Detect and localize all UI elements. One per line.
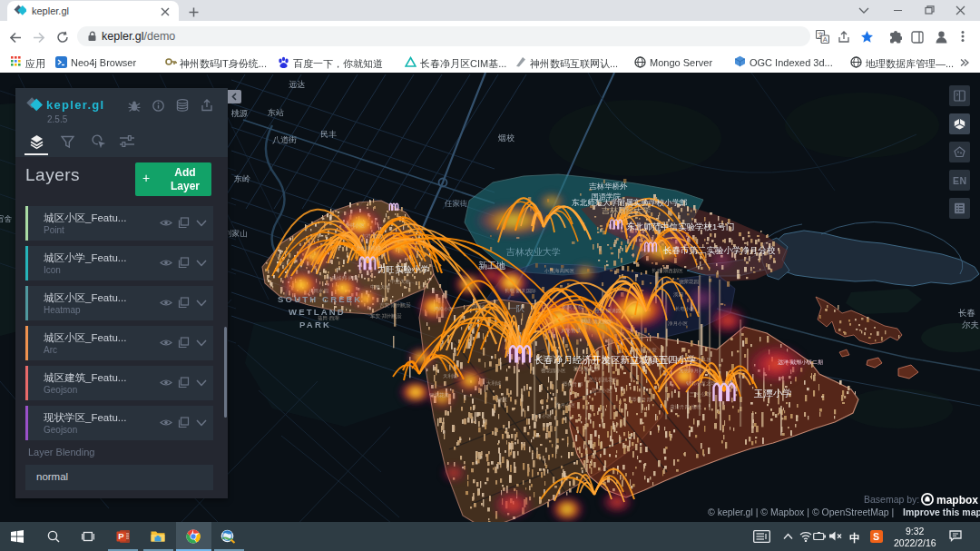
svg-text:PARK: PARK	[299, 320, 331, 330]
svg-text:宿舍: 宿舍	[0, 214, 13, 223]
svg-text:P: P	[118, 531, 124, 541]
svg-text:净月潭月潭小区HOTEL区: 净月潭月潭小区HOTEL区	[655, 357, 712, 363]
svg-text:一队: 一队	[508, 304, 524, 313]
svg-text:谭铸丹郡: 谭铸丹郡	[631, 397, 652, 403]
svg-text:德荣花园: 德荣花园	[679, 279, 699, 285]
svg-text:明注·长阳: 明注·长阳	[483, 264, 505, 271]
svg-text:谭锦丹郡: 谭锦丹郡	[562, 381, 583, 388]
svg-text:mapbox: mapbox	[936, 494, 978, 507]
svg-text:烟校: 烟校	[497, 133, 514, 143]
svg-text:玉潭小学: 玉潭小学	[753, 388, 792, 398]
svg-text:SOUTH CREEK: SOUTH CREEK	[278, 294, 362, 304]
svg-text:雅居·橡满园: 雅居·橡满园	[594, 308, 621, 314]
svg-text:伟峰酒村: 伟峰酒村	[361, 257, 382, 263]
svg-text:吉林华桥外: 吉林华桥外	[589, 182, 628, 191]
svg-text:鹤城·博文观邸: 鹤城·博文观邸	[581, 318, 612, 325]
svg-text:锦绣: 锦绣	[496, 397, 508, 403]
svg-text:中海·世家: 中海·世家	[635, 348, 657, 354]
svg-text:康诗丹郡·逸境: 康诗丹郡·逸境	[670, 404, 701, 410]
svg-text:力旺实验小学: 力旺实验小学	[377, 264, 429, 274]
svg-text:Basemap by:: Basemap by:	[864, 494, 919, 505]
svg-text:民丰: 民丰	[320, 130, 337, 139]
svg-text:小溪海高民区: 小溪海高民区	[544, 268, 575, 274]
svg-text:锦绣花溪: 锦绣花溪	[428, 392, 450, 398]
svg-text:湾月小区: 湾月小区	[554, 402, 576, 408]
svg-text:中懋天地: 中懋天地	[390, 279, 411, 284]
svg-text:车安·郑州帆景: 车安·郑州帆景	[370, 313, 402, 320]
svg-text:大禹城邦·尚院: 大禹城邦·尚院	[327, 275, 358, 281]
svg-text:大利城: 大利城	[486, 380, 502, 386]
svg-text:风尚青城: 风尚青城	[561, 328, 582, 334]
svg-text:雅金典城堡: 雅金典城堡	[573, 366, 599, 372]
svg-text:任家街: 任家街	[444, 199, 468, 208]
svg-text:尔夫: 尔夫	[962, 320, 979, 330]
svg-text:溪园: 溪园	[673, 291, 683, 298]
svg-text:吉祥·馨园: 吉祥·馨园	[361, 233, 383, 240]
svg-text:长电·朗天国际: 长电·朗天国际	[505, 288, 536, 294]
svg-text:八田水园: 八田水园	[309, 288, 328, 294]
svg-text:泉林小区: 泉林小区	[345, 222, 366, 228]
svg-text:万利城: 万利城	[470, 304, 485, 310]
svg-text:长春市第二实验小学净月分校: 长春市第二实验小学净月分校	[663, 245, 776, 255]
svg-text:东北师范中信实验学校1号门: 东北师范中信实验学校1号门	[626, 221, 734, 231]
svg-text:远洋·戴湖小镇二期: 远洋·戴湖小镇二期	[778, 359, 823, 365]
svg-text:Improve this map: Improve this map	[903, 507, 980, 517]
svg-text:八道街: 八道街	[272, 135, 297, 144]
svg-text:钻石小区之珠水晶阁: 钻石小区之珠水晶阁	[685, 380, 731, 387]
svg-text:三区·公馆: 三区·公馆	[690, 391, 711, 398]
svg-text:吉安·湖州帆景: 吉安·湖州帆景	[379, 302, 411, 309]
svg-text:长春: 长春	[958, 308, 975, 318]
svg-text:天利城: 天利城	[443, 373, 458, 379]
svg-text:东站: 东站	[267, 108, 284, 117]
svg-text:长电小区: 长电小区	[675, 306, 696, 311]
svg-text:桃源: 桃源	[230, 109, 248, 118]
svg-text:© kepler.gl | © Mapbox | © Ope: © kepler.gl | © Mapbox | © OpenStreetMap…	[708, 507, 894, 517]
svg-text:S: S	[873, 531, 879, 542]
svg-text:远达: 远达	[289, 80, 305, 89]
svg-text:吉林财经大学: 吉林财经大学	[602, 206, 651, 215]
svg-text:金色橄榄城: 金色橄榄城	[356, 245, 381, 251]
svg-text:东岭: 东岭	[233, 174, 250, 183]
svg-text:樱花园小区: 樱花园小区	[541, 368, 566, 374]
svg-text:鸿峰小区: 鸿峰小区	[434, 306, 455, 311]
svg-text:A: A	[823, 35, 828, 44]
svg-text:益田·西湖: 益田·西湖	[318, 315, 339, 321]
svg-text:净月小区: 净月小区	[532, 413, 553, 419]
svg-text:长春·湖西新区: 长春·湖西新区	[652, 268, 683, 274]
svg-text:诺古机桃花汇: 诺古机桃花汇	[588, 377, 619, 383]
svg-text:净月小区: 净月小区	[668, 320, 689, 327]
svg-text:中懋天地: 中懋天地	[370, 284, 391, 290]
svg-text:风尚首领: 风尚首领	[563, 304, 583, 310]
svg-text:净月小区: 净月小区	[541, 354, 562, 360]
svg-text:光明净月小区: 光明净月小区	[679, 368, 710, 374]
svg-text:碧玉小区: 碧玉小区	[592, 388, 612, 393]
svg-text:吉林农业大学: 吉林农业大学	[506, 247, 561, 257]
